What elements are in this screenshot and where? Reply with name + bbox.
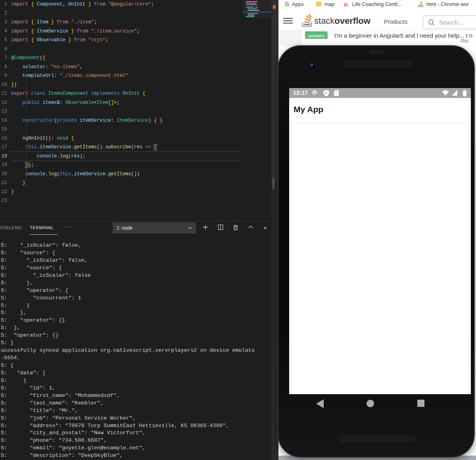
gear-icon — [311, 90, 318, 98]
line-number: 10 — [0, 80, 11, 90]
scrollbar-thumb[interactable] — [273, 178, 274, 189]
terminal-line: S: } — [1, 339, 271, 347]
status-time: 12:17 — [293, 90, 308, 96]
terminal-line: S: "_isScalar": false, — [1, 242, 271, 249]
terminal-line: S: }, — [1, 309, 271, 317]
udemy-icon: u — [344, 0, 347, 8]
screenshot-root: 1import { Component, OnInit } from "@ang… — [0, 0, 476, 460]
line-number: 6 — [0, 45, 11, 54]
phone-screen: 12:17 — [289, 88, 471, 394]
line-number: 12 — [0, 98, 11, 107]
products-link[interactable]: Products — [384, 18, 407, 25]
stackoverflow-logo-icon[interactable] — [301, 14, 313, 29]
app-action-bar: My App — [289, 98, 471, 123]
question-list-divider — [301, 31, 301, 46]
tab-terminal[interactable]: TERMINAL — [30, 225, 54, 230]
code-line: 14 constructor(private itemService: Item… — [0, 116, 271, 125]
line-number: 4 — [0, 27, 11, 36]
terminal-line: S: "data": [ — [1, 370, 271, 377]
terminal-line: S: "phone": "734.508.6687", — [1, 437, 271, 445]
kill-terminal-icon[interactable] — [232, 224, 239, 232]
camera-icon — [308, 61, 317, 70]
code-editor[interactable]: 1import { Component, OnInit } from "@ang… — [0, 0, 271, 220]
search-box[interactable]: Search... — [423, 15, 476, 29]
terminal-line: S: "operator": {} — [1, 332, 271, 339]
line-number: 14 — [0, 116, 11, 125]
terminal-line: S: "_isScalar": false, — [1, 257, 271, 264]
line-number: 1 — [0, 0, 11, 9]
code-line: 16 ngOnInit(): void { — [0, 134, 271, 143]
vscode-window: 1import { Component, OnInit } from "@ang… — [0, 0, 271, 460]
android-nav-bar — [278, 394, 460, 418]
terminal-line: S: "description": "DeepSkyBlue", — [1, 452, 271, 460]
line-number: 11 — [0, 89, 11, 98]
current-line-border-bottom — [11, 161, 241, 161]
line-number: 9 — [0, 71, 11, 80]
terminal-selector-value: 1: node — [117, 225, 132, 231]
apps-grid-icon — [285, 2, 290, 7]
code-line: 15 — [0, 125, 271, 134]
add-terminal-icon[interactable] — [202, 224, 209, 232]
terminal-selector[interactable]: 1: node — [113, 222, 196, 234]
stackoverflow-header: stackoverflow Products Search... — [278, 11, 476, 31]
stackoverflow-favicon — [418, 2, 423, 7]
bottom-speaker — [339, 436, 415, 442]
bookmarks-bar: Apps map u Life Coaching Certif... html … — [278, 0, 476, 9]
terminal-line: S: "id": 1, — [1, 385, 271, 392]
terminal-line: S: "job": "Personal Service Worker", — [1, 415, 271, 422]
panel-more-icon[interactable]: ··· — [65, 223, 72, 230]
code-line: 3import { Item } from "./item"; — [0, 18, 271, 27]
terminal-output[interactable]: S: "_isScalar": false,S: "source": {S: "… — [1, 242, 271, 460]
terminal-line: S: "source": { — [1, 249, 271, 257]
nav-recents-icon[interactable] — [417, 400, 424, 407]
current-line-border-top — [11, 151, 241, 152]
terminal-line: S: "city_and_postal": "New Victorfurt", — [1, 429, 271, 437]
line-number: 18 — [0, 152, 11, 161]
terminal-line: S: "operator": {} — [1, 317, 271, 324]
panel-tabbar: ROBLEMS TERMINAL ··· 1: node × — [0, 221, 271, 237]
sd-card-icon — [334, 90, 339, 98]
bookmark-map[interactable]: map — [324, 1, 334, 7]
maximize-panel-icon[interactable] — [247, 224, 254, 232]
question-title-link[interactable]: I'm a beginner in Angular5 and I need yo… — [334, 32, 476, 39]
question-excerpt-link[interactable]: //loc — [460, 38, 469, 44]
code-line: 11export class ItemsComponent implements… — [0, 89, 271, 98]
close-panel-icon[interactable]: × — [262, 224, 269, 232]
split-terminal-icon[interactable] — [217, 224, 224, 232]
terminal-line: S: "source": { — [1, 264, 271, 272]
code-line: 1import { Component, OnInit } from "@ang… — [0, 0, 271, 9]
battery-icon — [463, 90, 466, 98]
bookmark-life-coaching[interactable]: Life Coaching Certif... — [352, 1, 402, 7]
search-icon — [428, 19, 435, 26]
nav-back-icon[interactable] — [316, 399, 324, 408]
line-number: 17 — [0, 143, 11, 152]
line-number: 20 — [0, 170, 11, 179]
code-line: 9 templateUrl: "./items.component.html" — [0, 71, 271, 80]
play-protect-shield-icon — [323, 90, 329, 98]
terminal-line: S: "first_name": "Mohammedsdf", — [1, 392, 271, 400]
terminal-line: S: "email": "goyette.glen@example.net", — [1, 445, 271, 452]
answers-badge: answers — [305, 31, 328, 39]
app-title: My App — [294, 105, 323, 114]
terminal-line: S: "operator": { — [1, 287, 271, 295]
code-line: 23 — [0, 196, 271, 205]
code-line: 6 — [0, 45, 271, 54]
nav-home-icon[interactable] — [367, 400, 374, 407]
terminal-line: S: }, — [1, 324, 271, 332]
code-line: 13 — [0, 107, 271, 116]
code-line: 20 console.log(this.itemService.getItems… — [0, 170, 271, 179]
terminal-line: S: "_isScalar": false — [1, 272, 271, 280]
folder-icon — [316, 2, 322, 6]
earpiece-speaker — [344, 61, 413, 67]
status-bar: 12:17 — [289, 88, 471, 98]
tab-problems[interactable]: ROBLEMS — [0, 225, 22, 230]
line-number: 8 — [0, 63, 11, 72]
android-emulator: 12:17 — [278, 45, 475, 458]
menu-icon[interactable] — [283, 18, 293, 24]
bookmark-apps[interactable]: Apps — [292, 1, 304, 7]
bookmark-html-chrome[interactable]: html - Chrome wor — [426, 1, 469, 7]
code-line: 4import { ItemService } from "./item.ser… — [0, 27, 271, 36]
line-number: 19 — [0, 161, 11, 170]
stackoverflow-wordmark[interactable]: stackoverflow — [314, 16, 370, 26]
minimap[interactable] — [243, 0, 271, 18]
